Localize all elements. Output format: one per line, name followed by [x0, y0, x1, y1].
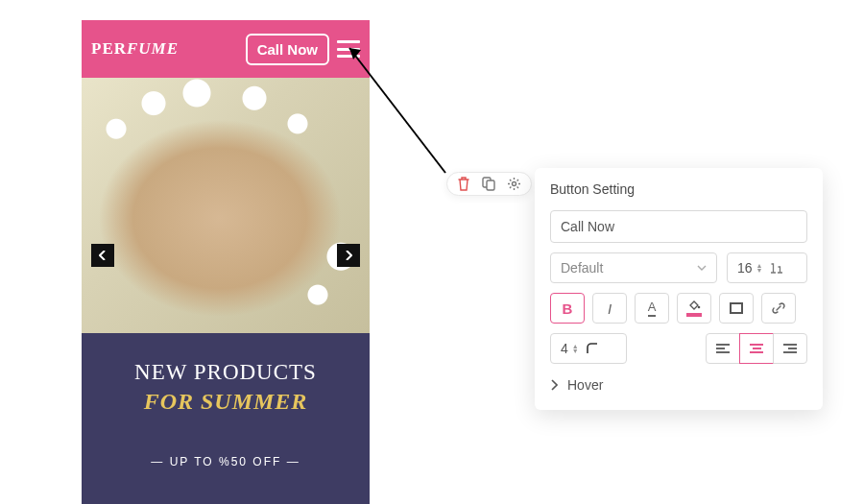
call-now-button[interactable]: Call Now: [246, 34, 329, 65]
border-radius-value: 4: [561, 341, 568, 356]
carousel-next-button[interactable]: [337, 244, 360, 267]
duplicate-icon[interactable]: [482, 177, 495, 191]
svg-point-4: [513, 182, 516, 186]
svg-rect-3: [487, 180, 494, 190]
brand-part1: PER: [91, 39, 127, 58]
settings-icon[interactable]: [507, 177, 521, 191]
promo-heading-2: FOR SUMMER: [82, 389, 370, 415]
chevron-right-icon: [550, 379, 558, 391]
bold-button[interactable]: B: [550, 293, 585, 324]
svg-point-5: [698, 306, 701, 309]
hover-section-toggle[interactable]: Hover: [550, 377, 807, 393]
align-right-button[interactable]: [773, 333, 807, 364]
font-family-select[interactable]: Default: [550, 252, 717, 283]
promo-discount: — UP TO %50 OFF —: [82, 455, 370, 468]
align-left-button[interactable]: [706, 333, 740, 364]
chevron-down-icon: [697, 265, 707, 271]
border-color-button[interactable]: [719, 293, 754, 324]
promo-heading-1: NEW PRODUCTS: [82, 360, 370, 385]
font-family-value: Default: [561, 260, 603, 276]
alignment-group: [706, 333, 807, 364]
stepper-icon[interactable]: ▲▼: [572, 344, 582, 353]
svg-line-0: [349, 48, 445, 173]
font-size-input[interactable]: 16 ▲▼: [727, 252, 807, 283]
hero-image: [82, 78, 370, 333]
border-radius-input[interactable]: 4 ▲▼: [550, 333, 627, 364]
stepper-icon[interactable]: ▲▼: [756, 263, 766, 273]
mobile-header: PERFUME Call Now: [82, 20, 370, 78]
annotation-arrow: [340, 38, 455, 182]
fill-color-button[interactable]: [677, 293, 711, 324]
brand-logo: PERFUME: [91, 39, 238, 59]
font-size-value: 16: [737, 260, 753, 276]
corner-radius-icon: [586, 342, 599, 355]
carousel-prev-button[interactable]: [91, 244, 114, 267]
promo-banner: NEW PRODUCTS FOR SUMMER — UP TO %50 OFF …: [82, 333, 370, 504]
italic-button[interactable]: I: [592, 293, 627, 324]
brand-part2: FUME: [127, 39, 179, 58]
panel-title: Button Setting: [550, 181, 807, 197]
svg-marker-1: [349, 48, 361, 60]
font-size-icon: [770, 262, 783, 274]
element-toolbar: [446, 172, 532, 196]
delete-icon[interactable]: [457, 177, 470, 191]
text-color-button[interactable]: A: [635, 293, 669, 324]
align-center-button[interactable]: [739, 333, 774, 364]
hover-label: Hover: [567, 377, 603, 393]
button-settings-panel: Button Setting Default 16 ▲▼ B I A: [535, 168, 823, 410]
button-text-input[interactable]: [550, 210, 807, 243]
link-button[interactable]: [761, 293, 796, 324]
mobile-preview: PERFUME Call Now NEW PRODUCTS FOR SUMMER…: [82, 20, 370, 504]
